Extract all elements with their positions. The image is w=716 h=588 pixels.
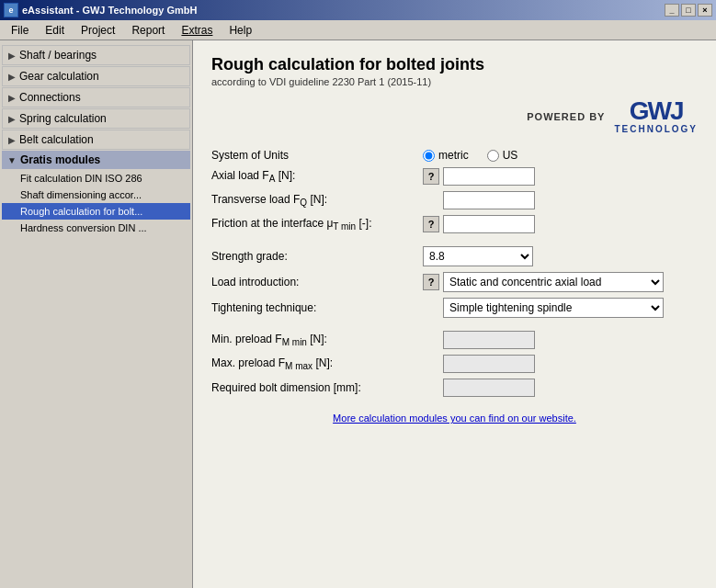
- axial-load-label: Axial load FA [N]:: [211, 169, 423, 184]
- sidebar-group-label: Belt calculation: [19, 133, 94, 146]
- menu-edit[interactable]: Edit: [38, 22, 72, 39]
- bolt-dimension-input[interactable]: 5.0: [443, 379, 535, 397]
- sidebar-header-spring[interactable]: ▶ Spring calculation: [2, 108, 190, 129]
- menu-help[interactable]: Help: [222, 22, 259, 39]
- friction-input[interactable]: ---: [443, 215, 535, 233]
- transverse-load-input[interactable]: 0.0: [443, 191, 535, 209]
- arrow-icon: ▼: [7, 155, 17, 165]
- sidebar-header-gear[interactable]: ▶ Gear calculation: [2, 66, 190, 86]
- metric-radio[interactable]: [423, 150, 435, 162]
- strength-grade-label: Strength grade:: [211, 250, 423, 263]
- arrow-icon: ▶: [8, 72, 16, 82]
- tightening-technique-row: Tightening technique: Simple tightening …: [211, 298, 698, 318]
- metric-label: metric: [438, 149, 469, 162]
- system-of-units-label: System of Units: [211, 149, 423, 162]
- sidebar-group-belt: ▶ Belt calculation: [0, 130, 192, 150]
- sidebar-group-label: Spring calculation: [19, 112, 107, 125]
- load-introduction-controls: ? Static and concentric axial load Dynam…: [423, 272, 664, 292]
- axial-load-help-button[interactable]: ?: [423, 168, 439, 185]
- sidebar-header-gratis[interactable]: ▼ Gratis modules: [2, 151, 190, 169]
- sidebar-header-belt[interactable]: ▶ Belt calculation: [2, 130, 190, 150]
- min-preload-input[interactable]: 1600.0: [443, 331, 535, 349]
- transverse-load-controls: 0.0: [423, 191, 535, 209]
- sidebar-item-hardness-conversion[interactable]: Hardness conversion DIN ...: [2, 220, 190, 236]
- bolt-dimension-label: Required bolt dimension [mm]:: [211, 381, 423, 394]
- strength-grade-controls: 4.6 5.6 6.8 8.8 10.9 12.9: [423, 246, 533, 266]
- max-preload-controls: 4000.0: [423, 355, 535, 373]
- sidebar-group-spring: ▶ Spring calculation: [0, 108, 192, 129]
- menu-file[interactable]: File: [4, 22, 36, 39]
- arrow-icon: ▶: [8, 114, 16, 124]
- load-introduction-label: Load introduction:: [211, 276, 423, 288]
- menu-project[interactable]: Project: [74, 22, 122, 39]
- axial-load-controls: ? 1000.0: [423, 167, 535, 186]
- page-subtitle: according to VDI guideline 2230 Part 1 (…: [211, 76, 698, 87]
- sidebar-group-gratis: ▼ Gratis modules Fit calculation DIN ISO…: [0, 151, 192, 236]
- minimize-button[interactable]: _: [665, 4, 679, 17]
- close-button[interactable]: ×: [698, 4, 712, 17]
- strength-grade-select[interactable]: 4.6 5.6 6.8 8.8 10.9 12.9: [423, 246, 533, 266]
- arrow-icon: ▶: [8, 135, 16, 145]
- sidebar-header-connections[interactable]: ▶ Connections: [2, 87, 190, 107]
- gwj-logo-main: GWJ: [630, 98, 683, 124]
- arrow-icon: ▶: [8, 93, 16, 103]
- system-of-units-row: System of Units metric US: [211, 149, 698, 162]
- transverse-load-label: Transverse load FQ [N]:: [211, 193, 423, 208]
- load-introduction-select[interactable]: Static and concentric axial load Dynamic…: [443, 272, 664, 292]
- app-icon: e: [4, 3, 18, 17]
- bolt-dimension-row: Required bolt dimension [mm]: 5.0: [211, 379, 698, 397]
- sidebar-group-label: Gear calculation: [19, 70, 99, 83]
- content-area: Rough calculation for bolted joints acco…: [193, 40, 716, 588]
- link-row: More calculation modules you can find on…: [211, 412, 698, 424]
- sidebar-group-gear: ▶ Gear calculation: [0, 66, 192, 86]
- window-controls[interactable]: _ □ ×: [665, 4, 712, 17]
- window-title: eAssistant - GWJ Technology GmbH: [22, 5, 198, 16]
- menu-bar: File Edit Project Report Extras Help: [0, 20, 716, 40]
- bolt-dimension-controls: 5.0: [423, 379, 535, 397]
- sidebar: ▶ Shaft / bearings ▶ Gear calculation ▶ …: [0, 40, 193, 588]
- max-preload-label: Max. preload FM max [N]:: [211, 356, 423, 371]
- more-modules-link[interactable]: More calculation modules you can find on…: [333, 413, 576, 424]
- min-preload-label: Min. preload FM min [N]:: [211, 333, 423, 347]
- sidebar-item-fit-calculation[interactable]: Fit calculation DIN ISO 286: [2, 170, 190, 187]
- strength-grade-row: Strength grade: 4.6 5.6 6.8 8.8 10.9 12.…: [211, 246, 698, 266]
- page-title: Rough calculation for bolted joints: [211, 55, 698, 74]
- gwj-logo: GWJ TECHNOLOGY: [614, 98, 698, 134]
- tightening-technique-controls: Simple tightening spindle Torque wrench …: [423, 298, 664, 318]
- friction-row: Friction at the interface μT min [-]: ? …: [211, 215, 698, 233]
- title-bar: e eAssistant - GWJ Technology GmbH _ □ ×: [0, 0, 716, 20]
- sidebar-header-shaft[interactable]: ▶ Shaft / bearings: [2, 45, 190, 65]
- tightening-technique-label: Tightening technique:: [211, 301, 423, 314]
- axial-load-input[interactable]: 1000.0: [443, 167, 535, 186]
- axial-load-row: Axial load FA [N]: ? 1000.0: [211, 167, 698, 186]
- menu-extras[interactable]: Extras: [174, 22, 220, 39]
- us-label: US: [503, 149, 518, 162]
- load-intro-help-button[interactable]: ?: [423, 274, 439, 290]
- sidebar-item-shaft-dimensioning[interactable]: Shaft dimensioning accor...: [2, 187, 190, 203]
- sidebar-item-rough-calculation[interactable]: Rough calculation for bolt...: [2, 203, 190, 220]
- min-preload-controls: 1600.0: [423, 331, 535, 349]
- sidebar-group-label: Connections: [19, 91, 81, 104]
- arrow-icon: ▶: [8, 51, 16, 61]
- max-preload-row: Max. preload FM max [N]: 4000.0: [211, 355, 698, 373]
- min-preload-row: Min. preload FM min [N]: 1600.0: [211, 331, 698, 349]
- units-radio-group: metric US: [423, 149, 517, 162]
- powered-by-label: POWERED BY: [527, 111, 605, 122]
- friction-help-button[interactable]: ?: [423, 216, 439, 232]
- maximize-button[interactable]: □: [681, 4, 696, 17]
- tightening-technique-select[interactable]: Simple tightening spindle Torque wrench …: [443, 298, 664, 318]
- friction-controls: ? ---: [423, 215, 535, 233]
- transverse-load-row: Transverse load FQ [N]: 0.0: [211, 191, 698, 209]
- us-radio[interactable]: [487, 150, 499, 162]
- gwj-logo-sub: TECHNOLOGY: [614, 124, 698, 134]
- max-preload-input[interactable]: 4000.0: [443, 355, 535, 373]
- sidebar-group-label: Shaft / bearings: [19, 49, 97, 62]
- logo-area: POWERED BY GWJ TECHNOLOGY: [211, 98, 698, 134]
- menu-report[interactable]: Report: [124, 22, 172, 39]
- gratis-section-label: Gratis modules: [20, 153, 100, 166]
- us-radio-label[interactable]: US: [487, 149, 518, 162]
- metric-radio-label[interactable]: metric: [423, 149, 469, 162]
- sidebar-group-connections: ▶ Connections: [0, 87, 192, 107]
- main-layout: ▶ Shaft / bearings ▶ Gear calculation ▶ …: [0, 40, 716, 588]
- friction-label: Friction at the interface μT min [-]:: [211, 217, 423, 232]
